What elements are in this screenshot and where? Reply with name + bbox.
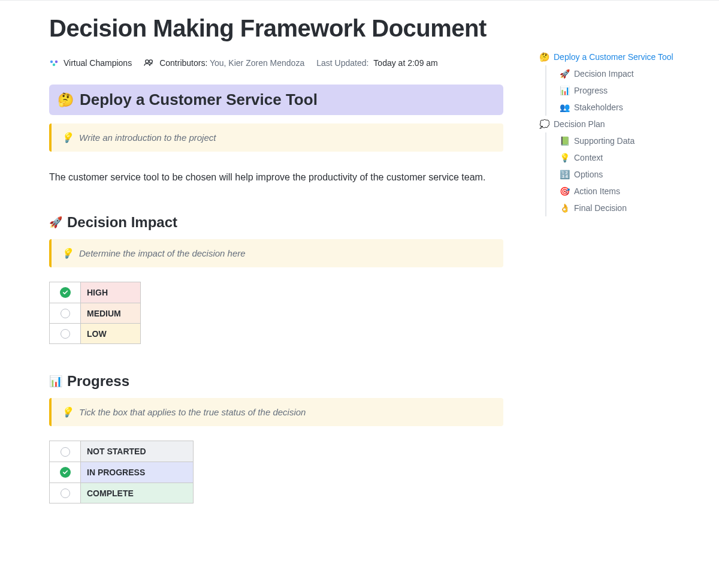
toc-item[interactable]: 🎯Action Items: [545, 183, 695, 200]
bulb-icon: 💡: [61, 132, 73, 143]
toc-item-icon: 👌: [560, 203, 569, 213]
toc-item-icon: 📊: [560, 86, 569, 95]
table-row: HIGH: [50, 282, 141, 303]
contributors-value: You, Kier Zoren Mendoza: [210, 58, 304, 68]
section-banner-deploy: 🤔 Deploy a Customer Service Tool: [49, 85, 503, 115]
check-cell[interactable]: [50, 303, 81, 323]
radio-empty-icon[interactable]: [61, 489, 70, 498]
option-label[interactable]: NOT STARTED: [81, 441, 194, 462]
page-title: Decision Making Framework Document: [49, 13, 503, 44]
chart-emoji-icon: 📊: [49, 376, 62, 387]
document-main: Decision Making Framework Document Virtu…: [0, 1, 503, 503]
radio-empty-icon[interactable]: [61, 309, 70, 318]
check-cell[interactable]: [50, 324, 81, 344]
heading-decision-impact: 🚀 Decision Impact: [49, 214, 503, 231]
table-row: COMPLETE: [50, 483, 194, 503]
toc-item-icon: 🎯: [560, 186, 569, 196]
table-row: NOT STARTED: [50, 441, 194, 462]
checkmark-icon[interactable]: [60, 467, 71, 478]
thinking-emoji-icon: 🤔: [58, 94, 74, 107]
last-updated-chip[interactable]: Last Updated: Today at 2:09 am: [316, 58, 438, 68]
bulb-icon: 💡: [61, 406, 73, 418]
progress-title: Progress: [67, 373, 129, 390]
toc-item-icon: 🔢: [560, 170, 569, 179]
toc-item-label: Progress: [574, 86, 608, 95]
callout-progress-text: Tick the box that applies to the true st…: [79, 407, 306, 417]
callout-intro[interactable]: 💡 Write an introduction to the project: [49, 123, 503, 152]
callout-impact[interactable]: 💡 Determine the impact of the decision h…: [49, 239, 503, 267]
toc-item[interactable]: 🚀Decision Impact: [545, 65, 695, 82]
callout-progress[interactable]: 💡 Tick the box that applies to the true …: [49, 398, 503, 426]
meta-row: Virtual Champions Contributors: You, Kie…: [49, 58, 503, 68]
svg-point-2: [53, 64, 55, 66]
svg-point-3: [146, 60, 149, 63]
toc-item-icon: 🚀: [560, 69, 569, 79]
decision-impact-title: Decision Impact: [67, 214, 177, 231]
check-cell[interactable]: [50, 483, 81, 503]
table-row: LOW: [50, 324, 141, 344]
last-updated-label: Last Updated:: [316, 58, 368, 68]
toc-item-icon: 👥: [560, 102, 569, 112]
option-label[interactable]: MEDIUM: [81, 303, 141, 323]
toc-item-label: Supporting Data: [574, 136, 635, 146]
bulb-icon: 💡: [61, 248, 73, 259]
banner-title: Deploy a Customer Service Tool: [80, 91, 318, 109]
intro-paragraph[interactable]: The customer service tool to be chosen w…: [49, 170, 503, 185]
callout-intro-text: Write an introduction to the project: [79, 132, 216, 143]
rocket-emoji-icon: 🚀: [49, 217, 62, 228]
toc-item[interactable]: 💭Decision Plan: [539, 116, 695, 132]
toc-item-icon: 📗: [560, 136, 569, 146]
toc-item-icon: 💡: [560, 153, 569, 162]
option-label[interactable]: COMPLETE: [81, 483, 194, 503]
option-label[interactable]: HIGH: [81, 282, 141, 303]
callout-impact-text: Determine the impact of the decision her…: [79, 248, 246, 258]
impact-table: HIGHMEDIUMLOW: [49, 282, 141, 345]
toc-item[interactable]: 📗Supporting Data: [545, 132, 695, 149]
table-of-contents: 🤔Deploy a Customer Service Tool🚀Decision…: [539, 49, 695, 216]
option-label[interactable]: LOW: [81, 324, 141, 344]
toc-item-label: Stakeholders: [574, 102, 623, 112]
contributors-label: Contributors:: [159, 58, 207, 68]
checkmark-icon[interactable]: [60, 287, 71, 298]
svg-point-1: [55, 61, 58, 63]
toc-item-label: Final Decision: [574, 203, 627, 213]
radio-empty-icon[interactable]: [61, 329, 70, 339]
toc-item-label: Decision Plan: [554, 119, 605, 129]
team-chip[interactable]: Virtual Champions: [49, 58, 132, 68]
toc-item-icon: 🤔: [539, 52, 549, 62]
contributors-icon: [144, 59, 155, 67]
option-label[interactable]: IN PROGRESS: [81, 462, 194, 483]
radio-empty-icon[interactable]: [61, 447, 70, 457]
toc-item[interactable]: 📊Progress: [545, 82, 695, 99]
toc-item-label: Options: [574, 170, 603, 179]
toc-item[interactable]: 🔢Options: [545, 166, 695, 183]
team-icon: [49, 58, 59, 68]
table-row: IN PROGRESS: [50, 462, 194, 483]
toc-item-label: Deploy a Customer Service Tool: [554, 52, 673, 62]
progress-table: NOT STARTEDIN PROGRESSCOMPLETE: [49, 441, 194, 503]
check-cell[interactable]: [50, 282, 81, 303]
svg-point-4: [149, 60, 152, 63]
toc-item-label: Decision Impact: [574, 69, 634, 79]
toc-item-label: Action Items: [574, 186, 620, 196]
table-row: MEDIUM: [50, 303, 141, 323]
team-name: Virtual Champions: [64, 58, 132, 68]
contributors-chip[interactable]: Contributors: You, Kier Zoren Mendoza: [144, 58, 304, 68]
toc-item-icon: 💭: [539, 119, 549, 129]
check-cell[interactable]: [50, 441, 81, 462]
toc-item[interactable]: 👌Final Decision: [545, 200, 695, 216]
check-cell[interactable]: [50, 462, 81, 483]
toc-item[interactable]: 👥Stakeholders: [545, 99, 695, 116]
toc-item[interactable]: 💡Context: [545, 149, 695, 166]
toc-item-label: Context: [574, 153, 603, 162]
last-updated-value: Today at 2:09 am: [373, 58, 437, 68]
heading-progress: 📊 Progress: [49, 373, 503, 390]
svg-point-0: [50, 61, 53, 63]
toc-item[interactable]: 🤔Deploy a Customer Service Tool: [539, 49, 695, 65]
